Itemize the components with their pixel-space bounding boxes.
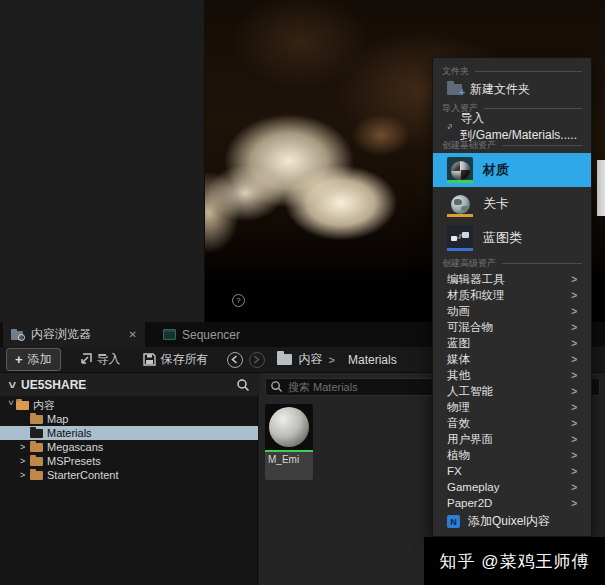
- chevron-right-icon: >: [571, 370, 577, 381]
- material-icon: [447, 157, 473, 183]
- sources-header[interactable]: > UE5SHARE: [0, 373, 258, 396]
- chevron-right-icon: >: [571, 290, 577, 301]
- chevron-right-icon[interactable]: >: [20, 442, 30, 452]
- chevron-right-icon: >: [571, 274, 577, 285]
- tree-item-megascans[interactable]: > Megascans: [0, 440, 258, 454]
- menu-item-sounds[interactable]: 音效 >: [433, 415, 591, 431]
- clipped-panel-edge: [597, 160, 605, 216]
- menu-item-ai[interactable]: 人工智能 >: [433, 383, 591, 399]
- folder-tree: > 内容 Map Materials > Megascans > MSPrese…: [0, 398, 258, 482]
- tree-item-materials[interactable]: Materials: [0, 426, 258, 440]
- chevron-right-icon: >: [571, 482, 577, 493]
- chevron-right-icon: >: [571, 434, 577, 445]
- menu-item-gameplay[interactable]: Gameplay >: [433, 479, 591, 495]
- tree-item-startercontent[interactable]: > StarterContent: [0, 468, 258, 482]
- menu-item-paper2d[interactable]: Paper2D >: [433, 495, 591, 511]
- menu-item-editor-utilities[interactable]: 编辑器工具 >: [433, 271, 591, 287]
- blueprint-node-icon: [447, 225, 473, 251]
- level-globe-icon: [447, 191, 473, 217]
- folder-icon: [30, 443, 43, 452]
- chevron-right-icon: >: [571, 338, 577, 349]
- search-icon[interactable]: [236, 378, 250, 392]
- tab-sequencer[interactable]: Sequencer: [155, 322, 248, 347]
- sequencer-icon: [163, 329, 176, 340]
- save-all-button[interactable]: 保存所有: [135, 349, 217, 370]
- breadcrumb-current[interactable]: Materials: [348, 353, 397, 367]
- asset-name: M_Emi: [265, 452, 313, 467]
- menu-item-blendables[interactable]: 可混合物 >: [433, 319, 591, 335]
- folder-icon: [30, 457, 43, 466]
- chevron-right-icon: >: [571, 498, 577, 509]
- watermark: 知乎 @菜鸡王师傅: [424, 537, 605, 585]
- new-folder-icon: [447, 84, 462, 95]
- menu-item-blueprints[interactable]: 蓝图 >: [433, 335, 591, 351]
- import-icon: [447, 121, 452, 133]
- menu-item-material[interactable]: 材质: [433, 153, 591, 187]
- chevron-down-icon: >: [5, 381, 19, 388]
- chevron-right-icon: >: [571, 402, 577, 413]
- add-asset-context-menu: 文件夹 新建文件夹 导入资产 导入到/Game/Materials..... 创…: [432, 57, 592, 537]
- menu-item-user-interface[interactable]: 用户界面 >: [433, 431, 591, 447]
- help-icon[interactable]: ?: [232, 294, 245, 307]
- menu-item-animation[interactable]: 动画 >: [433, 303, 591, 319]
- quixel-icon: N: [447, 515, 460, 528]
- add-button[interactable]: + 添加: [6, 348, 61, 371]
- material-thumbnail: [265, 404, 313, 450]
- save-icon: [143, 353, 156, 366]
- menu-item-fx[interactable]: FX >: [433, 463, 591, 479]
- chevron-right-icon: >: [571, 418, 577, 429]
- breadcrumb-separator: >: [329, 354, 335, 366]
- import-icon: [79, 353, 92, 366]
- sphere-preview: [269, 407, 309, 447]
- menu-item-misc[interactable]: 其他 >: [433, 367, 591, 383]
- tree-item-content[interactable]: > 内容: [0, 398, 258, 412]
- menu-item-add-quixel[interactable]: N 添加Quixel内容: [433, 511, 591, 532]
- chevron-right-icon: >: [571, 306, 577, 317]
- tab-label: Sequencer: [182, 328, 240, 342]
- chevron-right-icon: >: [571, 386, 577, 397]
- forward-arrow-icon: [252, 355, 261, 364]
- back-arrow-icon: [230, 355, 239, 364]
- menu-item-new-folder[interactable]: 新建文件夹: [433, 79, 591, 100]
- folder-icon: [30, 471, 43, 480]
- content-browser-icon: [11, 329, 25, 341]
- sources-title: UE5SHARE: [21, 378, 86, 392]
- chevron-down-icon[interactable]: >: [6, 400, 16, 410]
- open-folder-icon: [16, 401, 29, 410]
- close-icon[interactable]: ✕: [129, 329, 137, 340]
- chevron-right-icon[interactable]: >: [20, 470, 30, 480]
- plus-icon: +: [15, 352, 23, 367]
- chevron-right-icon[interactable]: >: [20, 456, 30, 466]
- tree-item-map[interactable]: Map: [0, 412, 258, 426]
- folder-icon: [30, 415, 43, 424]
- asset-tile-m-emi[interactable]: M_Emi: [265, 404, 313, 480]
- menu-item-media[interactable]: 媒体 >: [433, 351, 591, 367]
- section-folder: 文件夹: [433, 63, 591, 79]
- menu-item-level[interactable]: 关卡: [433, 187, 591, 221]
- tree-item-mspresets[interactable]: > MSPresets: [0, 454, 258, 468]
- viewport-left-panel: [0, 0, 205, 322]
- search-icon: [270, 380, 283, 393]
- tab-content-browser[interactable]: 内容浏览器 ✕: [3, 322, 145, 347]
- unreal-editor-window: ? 内容浏览器 ✕ Sequencer + 添加 导入 保存所有: [0, 0, 605, 585]
- menu-item-foliage[interactable]: 植物 >: [433, 447, 591, 463]
- chevron-right-icon: >: [571, 466, 577, 477]
- back-button[interactable]: [227, 352, 243, 368]
- menu-item-physics[interactable]: 物理 >: [433, 399, 591, 415]
- breadcrumb-root[interactable]: 内容: [299, 351, 323, 368]
- menu-item-import-to[interactable]: 导入到/Game/Materials.....: [433, 116, 591, 137]
- forward-button[interactable]: [249, 352, 265, 368]
- breadcrumb-folder-icon: [277, 354, 292, 365]
- chevron-right-icon: >: [571, 322, 577, 333]
- import-button[interactable]: 导入: [71, 349, 129, 370]
- menu-item-materials-textures[interactable]: 材质和纹理 >: [433, 287, 591, 303]
- menu-item-blueprint-class[interactable]: 蓝图类: [433, 221, 591, 255]
- section-create-advanced: 创建高级资产: [433, 255, 591, 271]
- folder-icon: [30, 429, 43, 438]
- chevron-right-icon: >: [571, 450, 577, 461]
- tab-label: 内容浏览器: [31, 326, 91, 343]
- chevron-right-icon: >: [571, 354, 577, 365]
